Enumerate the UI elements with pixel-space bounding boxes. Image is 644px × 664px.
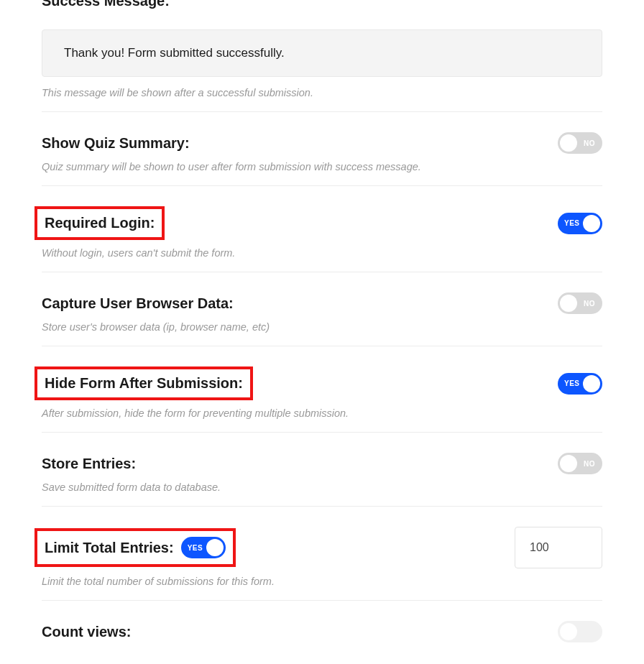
quiz-summary-toggle[interactable]: NO [558, 132, 602, 154]
store-entries-label: Store Entries: [42, 456, 136, 472]
required-login-toggle[interactable]: YES [558, 213, 602, 234]
success-message-heading: Success Message: [42, 0, 602, 9]
divider [42, 432, 602, 433]
hide-form-row: Hide Form After Submission: YES [42, 366, 602, 400]
toggle-label-text: YES [188, 544, 203, 552]
toggle-knob [583, 215, 600, 232]
required-login-row: Required Login: YES [42, 206, 602, 240]
toggle-knob [560, 455, 577, 472]
divider [42, 346, 602, 346]
toggle-knob [560, 134, 577, 152]
capture-browser-row: Capture User Browser Data: NO [42, 292, 602, 314]
required-login-highlight: Required Login: [34, 206, 165, 240]
limit-entries-row: Limit Total Entries: YES [42, 527, 602, 568]
limit-entries-label: Limit Total Entries: [45, 540, 174, 556]
count-views-label: Count views: [42, 624, 131, 640]
divider [42, 600, 602, 601]
hide-form-highlight: Hide Form After Submission: [34, 366, 253, 400]
toggle-knob [560, 295, 577, 312]
quiz-summary-row: Show Quiz Summary: NO [42, 132, 602, 154]
store-entries-toggle[interactable]: NO [558, 453, 602, 474]
divider [42, 111, 602, 112]
toggle-knob [206, 539, 224, 556]
toggle-knob [560, 623, 577, 640]
success-message-help: This message will be shown after a succe… [42, 87, 602, 98]
success-message-text: Thank you! Form submitted successfully. [64, 46, 285, 60]
quiz-summary-help: Quiz summary will be shown to user after… [42, 161, 602, 172]
capture-browser-toggle[interactable]: NO [558, 292, 602, 314]
hide-form-help: After submission, hide the form for prev… [42, 407, 602, 419]
divider [42, 272, 602, 272]
limit-entries-help: Limit the total number of submissions fo… [42, 576, 602, 587]
toggle-label-text: NO [584, 300, 595, 308]
limit-entries-highlight: Limit Total Entries: YES [34, 528, 236, 567]
limit-entries-input[interactable] [515, 527, 602, 568]
required-login-label: Required Login: [45, 215, 155, 231]
toggle-label-text: NO [584, 460, 595, 468]
quiz-summary-label: Show Quiz Summary: [42, 135, 190, 152]
required-login-help: Without login, users can't submit the fo… [42, 247, 602, 259]
count-views-toggle[interactable] [558, 621, 602, 642]
store-entries-row: Store Entries: NO [42, 453, 602, 474]
capture-browser-help: Store user's browser data (ip, browser n… [42, 321, 602, 333]
count-views-row: Count views: [42, 621, 602, 642]
limit-entries-toggle[interactable]: YES [181, 537, 226, 558]
hide-form-toggle[interactable]: YES [558, 373, 602, 395]
toggle-label-text: NO [584, 139, 595, 147]
success-message-box[interactable]: Thank you! Form submitted successfully. [42, 29, 602, 77]
toggle-label-text: YES [564, 219, 580, 227]
capture-browser-label: Capture User Browser Data: [42, 295, 234, 312]
divider [42, 506, 602, 507]
toggle-knob [583, 375, 600, 392]
store-entries-help: Save submitted form data to database. [42, 481, 602, 493]
hide-form-label: Hide Form After Submission: [45, 375, 243, 392]
toggle-label-text: YES [564, 379, 580, 387]
divider [42, 185, 602, 186]
